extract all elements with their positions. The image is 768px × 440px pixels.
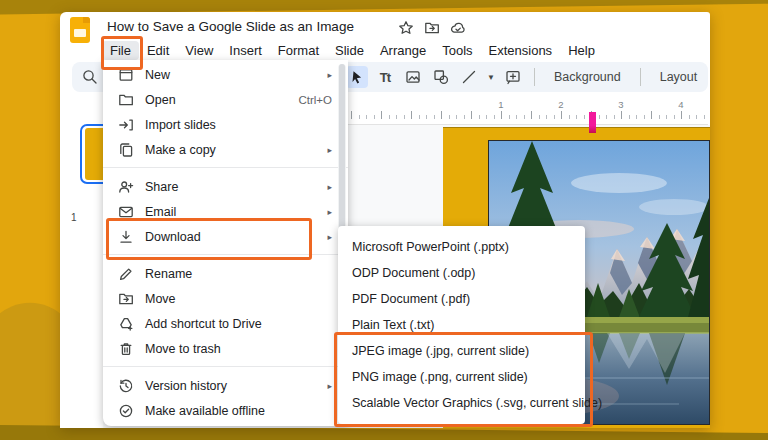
download-highlight-box: [106, 218, 312, 260]
menu-scrollbar-thumb[interactable]: [339, 64, 345, 247]
menu-divider: [103, 162, 348, 174]
offline-check-icon: [118, 403, 134, 419]
menu-extensions[interactable]: Extensions: [481, 41, 561, 60]
menu-item-share[interactable]: Share ▸: [103, 174, 348, 199]
move-folder-icon: [118, 291, 134, 307]
menu-item-add-shortcut-to-drive[interactable]: Add shortcut to Drive: [103, 311, 348, 336]
ruler-number: 2: [555, 99, 567, 110]
menu-help[interactable]: Help: [560, 41, 603, 60]
menu-item-make-available-offline[interactable]: Make available offline: [103, 398, 348, 423]
ruler-marker: [589, 112, 596, 133]
menu-item-open[interactable]: Open Ctrl+O: [103, 87, 348, 112]
google-slides-window: How to Save a Google Slide as an Image F…: [60, 12, 710, 428]
image-formats-highlight-box: [334, 332, 593, 427]
menu-tools[interactable]: Tools: [434, 41, 480, 60]
toolbar-divider: [534, 68, 535, 86]
image-icon[interactable]: [402, 66, 424, 88]
menu-view[interactable]: View: [177, 41, 221, 60]
toolbar-divider: [640, 68, 641, 86]
menu-item-make-a-copy[interactable]: Make a copy ▸: [103, 137, 348, 162]
menu-arrange[interactable]: Arrange: [372, 41, 434, 60]
slides-logo[interactable]: [69, 17, 91, 43]
submenu-item-pptx[interactable]: Microsoft PowerPoint (.pptx): [338, 234, 585, 260]
menu-item-rename[interactable]: Rename: [103, 261, 348, 286]
import-icon: [118, 117, 134, 133]
select-cursor-icon[interactable]: [346, 66, 368, 88]
submenu-arrow-icon: ▸: [327, 381, 332, 391]
layout-button[interactable]: Layout: [651, 66, 707, 88]
toolbar-tools: Tt ▼ Background Layout Theme: [346, 62, 710, 92]
menu-insert[interactable]: Insert: [221, 41, 270, 60]
line-icon[interactable]: [458, 66, 480, 88]
submenu-item-odp[interactable]: ODP Document (.odp): [338, 260, 585, 286]
shape-icon[interactable]: [430, 66, 452, 88]
menu-slide[interactable]: Slide: [327, 41, 372, 60]
chevron-down-icon[interactable]: ▼: [486, 73, 496, 82]
submenu-arrow-icon: ▸: [327, 70, 332, 80]
search-icon[interactable]: [81, 68, 99, 86]
menu-item-import-slides[interactable]: Import slides: [103, 112, 348, 137]
submenu-arrow-icon: ▸: [327, 182, 332, 192]
file-highlight-box: [101, 36, 143, 70]
comment-add-icon[interactable]: [502, 66, 524, 88]
shortcut-label: Ctrl+O: [298, 94, 332, 106]
submenu-arrow-icon: ▸: [327, 232, 332, 242]
slide-number: 1: [71, 212, 77, 223]
submenu-arrow-icon: ▸: [327, 145, 332, 155]
submenu-arrow-icon: ▸: [327, 207, 332, 217]
history-icon: [118, 378, 134, 394]
menu-divider: [103, 361, 348, 373]
cloud-check-icon[interactable]: [450, 20, 466, 36]
ruler-number: 1: [495, 99, 507, 110]
document-title[interactable]: How to Save a Google Slide as an Image: [107, 19, 354, 34]
ruler-ticks-major: [300, 111, 708, 119]
ruler-number: 3: [615, 99, 627, 110]
person-add-icon: [118, 179, 134, 195]
ruler-number: 4: [675, 99, 687, 110]
menu-bar: File Edit View Insert Format Slide Arran…: [102, 39, 603, 61]
trash-icon: [118, 341, 134, 357]
tutorial-frame: How to Save a Google Slide as an Image F…: [0, 0, 768, 440]
star-icon[interactable]: [398, 20, 414, 36]
horizontal-ruler: 1 2 3 4: [300, 96, 708, 125]
menu-edit[interactable]: Edit: [139, 41, 177, 60]
pencil-icon: [118, 266, 134, 282]
menu-item-move-to-trash[interactable]: Move to trash: [103, 336, 348, 361]
background-button[interactable]: Background: [545, 66, 630, 88]
folder-icon: [118, 92, 134, 108]
menu-item-move[interactable]: Move: [103, 286, 348, 311]
menu-format[interactable]: Format: [270, 41, 327, 60]
text-box-tool[interactable]: Tt: [374, 66, 396, 88]
copy-icon: [118, 142, 134, 158]
menu-item-version-history[interactable]: Version history ▸: [103, 373, 348, 398]
move-folder-icon[interactable]: [424, 20, 440, 36]
submenu-item-pdf[interactable]: PDF Document (.pdf): [338, 286, 585, 312]
drive-add-icon: [118, 316, 134, 332]
